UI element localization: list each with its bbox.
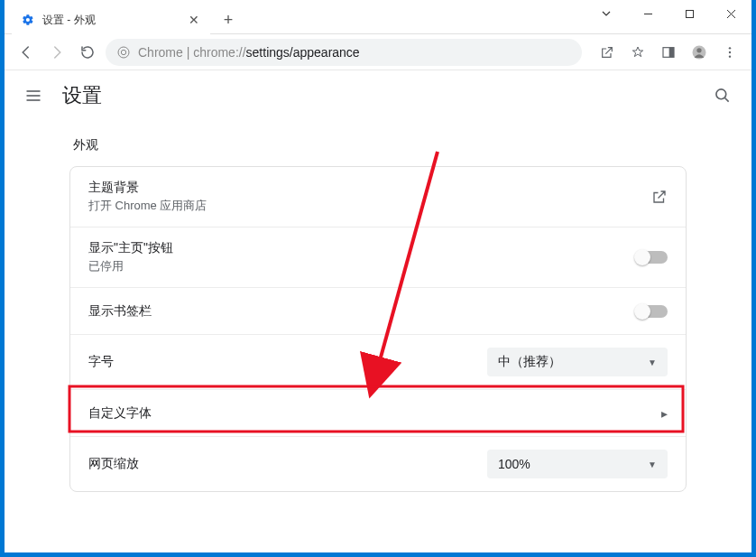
new-tab-button[interactable]: + — [216, 7, 241, 32]
toolbar: Chrome | chrome://settings/appearance — [5, 34, 751, 70]
chevron-down-icon[interactable] — [585, 0, 627, 27]
profile-icon[interactable] — [687, 40, 712, 65]
svg-point-4 — [118, 47, 129, 58]
page-content: 设置 外观 主题背景 打开 Chrome 应用商店 显示"主页"按钮 已停用 — [5, 70, 751, 552]
close-icon[interactable]: ✕ — [187, 13, 201, 27]
bookmarks-toggle[interactable] — [635, 305, 668, 318]
back-button[interactable] — [14, 40, 39, 65]
row-bookmarks-bar: 显示书签栏 — [70, 288, 686, 335]
chevron-right-icon: ▸ — [661, 406, 668, 421]
address-bar[interactable]: Chrome | chrome://settings/appearance — [106, 39, 582, 66]
home-toggle[interactable] — [635, 251, 668, 264]
section-title: 外观 — [73, 137, 687, 153]
row-custom-fonts-label: 自定义字体 — [88, 405, 152, 422]
row-theme[interactable]: 主题背景 打开 Chrome 应用商店 — [70, 167, 686, 227]
reload-button[interactable] — [75, 40, 100, 65]
svg-point-16 — [716, 89, 726, 99]
chrome-icon — [116, 45, 131, 60]
page-title: 设置 — [62, 82, 102, 109]
settings-card: 主题背景 打开 Chrome 应用商店 显示"主页"按钮 已停用 显示书签栏 — [69, 166, 687, 492]
row-bookmarks-label: 显示书签栏 — [88, 303, 152, 320]
font-size-value: 中（推荐） — [498, 354, 561, 370]
zoom-value: 100% — [498, 457, 530, 471]
svg-point-12 — [729, 55, 731, 57]
titlebar: 设置 - 外观 ✕ + — [5, 0, 751, 34]
window-controls — [585, 0, 751, 27]
row-home-sub: 已停用 — [88, 258, 173, 274]
side-panel-icon[interactable] — [656, 40, 681, 65]
svg-point-10 — [729, 47, 731, 49]
svg-rect-7 — [669, 47, 674, 57]
font-size-select[interactable]: 中（推荐） ▼ — [487, 348, 668, 376]
svg-line-17 — [725, 98, 729, 102]
svg-point-11 — [729, 51, 731, 52]
browser-tab[interactable]: 设置 - 外观 ✕ — [12, 5, 210, 34]
search-icon[interactable] — [712, 85, 733, 107]
window-frame: 设置 - 外观 ✕ + Chrome | chrome://settings/a… — [5, 0, 751, 552]
row-home-label: 显示"主页"按钮 — [88, 240, 173, 256]
row-zoom-label: 网页缩放 — [88, 456, 139, 472]
tab-strip: 设置 - 外观 ✕ — [5, 0, 210, 34]
star-icon[interactable] — [625, 40, 650, 65]
row-font-size-label: 字号 — [88, 354, 114, 370]
maximize-button[interactable] — [668, 0, 710, 27]
svg-point-5 — [121, 50, 125, 54]
hamburger-menu-icon[interactable] — [23, 85, 44, 107]
external-link-icon[interactable] — [651, 189, 668, 205]
zoom-select[interactable]: 100% ▼ — [487, 450, 668, 478]
row-home-button: 显示"主页"按钮 已停用 — [70, 227, 686, 288]
svg-rect-1 — [686, 10, 693, 17]
caret-down-icon: ▼ — [648, 460, 657, 469]
url-text: Chrome | chrome://settings/appearance — [138, 45, 360, 60]
row-theme-sub: 打开 Chrome 应用商店 — [88, 198, 207, 214]
forward-button[interactable] — [44, 40, 69, 65]
close-window-button[interactable] — [710, 0, 751, 27]
caret-down-icon: ▼ — [648, 357, 657, 367]
share-icon[interactable] — [595, 40, 620, 65]
toolbar-actions — [595, 40, 742, 65]
row-custom-fonts[interactable]: 自定义字体 ▸ — [70, 390, 686, 437]
row-theme-label: 主题背景 — [88, 180, 207, 196]
settings-content: 外观 主题背景 打开 Chrome 应用商店 显示"主页"按钮 已停用 — [5, 137, 751, 492]
minimize-button[interactable] — [627, 0, 668, 27]
tab-title: 设置 - 外观 — [42, 13, 96, 28]
row-page-zoom: 网页缩放 100% ▼ — [70, 437, 686, 491]
gear-icon — [21, 13, 35, 27]
svg-point-9 — [696, 48, 701, 52]
kebab-menu-icon[interactable] — [717, 40, 742, 65]
page-header: 设置 — [5, 70, 751, 121]
row-font-size: 字号 中（推荐） ▼ — [70, 335, 686, 390]
